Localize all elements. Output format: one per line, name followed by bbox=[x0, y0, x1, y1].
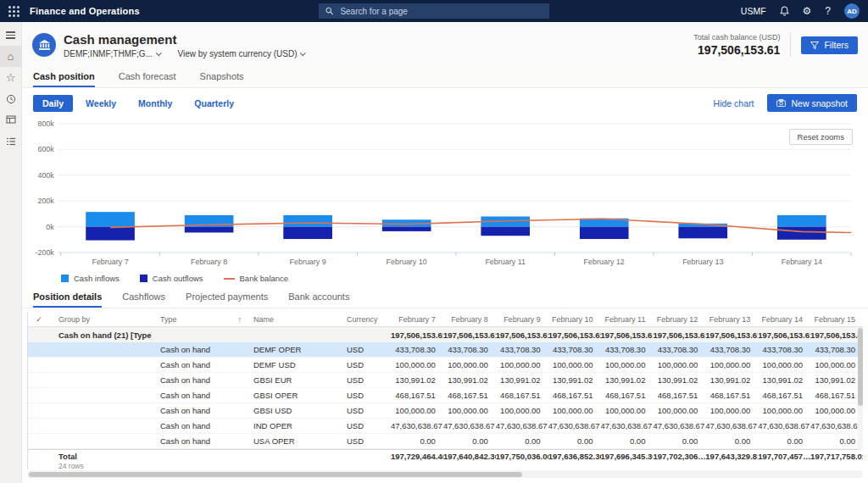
cell-name[interactable]: GBSI USD bbox=[245, 406, 347, 415]
col-header-date[interactable]: February 12 bbox=[653, 315, 705, 324]
table-row-ind-oper[interactable]: Cash on handIND OPERUSD47,630,638.6747,6… bbox=[28, 419, 863, 434]
col-header-date[interactable]: February 15 bbox=[810, 315, 863, 324]
col-header-date[interactable]: February 11 bbox=[601, 315, 654, 324]
avatar[interactable]: AD bbox=[844, 3, 860, 19]
col-header-date[interactable]: February 10 bbox=[548, 315, 601, 324]
bank-icon bbox=[32, 33, 56, 57]
y-axis-label: -200k bbox=[35, 248, 54, 257]
cell-currency: USD bbox=[347, 391, 391, 400]
period-weekly-button[interactable]: Weekly bbox=[76, 95, 125, 112]
chevron-down-icon bbox=[156, 50, 161, 55]
legend-bank-balance[interactable]: Bank balance bbox=[224, 274, 289, 283]
group-row-label: Cash on hand (21) [Type] bbox=[50, 330, 152, 340]
tab-cash-position[interactable]: Cash position bbox=[33, 71, 95, 87]
outflow-bar-february-14[interactable] bbox=[777, 227, 826, 240]
cell-name[interactable]: IND OPER bbox=[245, 421, 347, 430]
app-launcher-icon[interactable] bbox=[8, 6, 19, 17]
home-icon[interactable]: ⌂ bbox=[0, 46, 22, 67]
topbar-actions: USMF ⚙ ? AD bbox=[741, 3, 860, 19]
col-header-type[interactable]: Type↑ bbox=[152, 315, 245, 324]
table-row-gbsi-usd[interactable]: Cash on handGBSI USDUSD100,000.00100,000… bbox=[28, 403, 863, 419]
new-snapshot-button[interactable]: New snapshot bbox=[767, 94, 857, 112]
outflow-bar-february-7[interactable] bbox=[86, 227, 135, 241]
period-quarterly-button[interactable]: Quarterly bbox=[185, 95, 243, 112]
cell-name[interactable]: USA OPER bbox=[245, 436, 347, 446]
col-header-name[interactable]: Name bbox=[245, 315, 347, 324]
col-header-date[interactable]: February 13 bbox=[705, 315, 758, 324]
cash-position-chart: Reset zooms 800k600k400k200k0k-200kFebru… bbox=[22, 115, 868, 286]
search-box[interactable] bbox=[319, 3, 549, 19]
expand-menu-hamburger-icon[interactable] bbox=[0, 25, 22, 46]
inflow-bar-february-9[interactable] bbox=[283, 215, 332, 227]
table-row-usa-oper[interactable]: Cash on handUSA OPERUSD0.000.000.000.000… bbox=[28, 434, 863, 449]
total-cash-balance: Total cash balance (USD) 197,506,153.61 bbox=[693, 33, 780, 57]
bank-balance-swatch bbox=[224, 278, 235, 280]
cell-amount: 468,167.51 bbox=[391, 391, 443, 400]
filters-button[interactable]: Filters bbox=[801, 36, 858, 54]
page-header: Cash management DEMF;INMF;THMF;G... View… bbox=[22, 22, 868, 68]
cell-name[interactable]: DEMF OPER bbox=[245, 345, 347, 354]
hide-chart-link[interactable]: Hide chart bbox=[714, 98, 754, 108]
outflow-bar-february-9[interactable] bbox=[283, 227, 332, 239]
inflow-bar-february-7[interactable] bbox=[86, 212, 135, 226]
legend-cash-inflows[interactable]: Cash inflows bbox=[61, 274, 120, 283]
recent-clock-icon[interactable] bbox=[0, 88, 22, 109]
help-icon[interactable]: ? bbox=[825, 6, 831, 16]
cell-name[interactable]: GBSI OPER bbox=[245, 391, 347, 400]
col-header-date[interactable]: February 8 bbox=[443, 315, 496, 324]
horizontal-scrollbar-thumb[interactable] bbox=[29, 472, 522, 477]
outflow-bar-february-8[interactable] bbox=[185, 227, 234, 233]
inflow-bar-february-14[interactable] bbox=[777, 215, 826, 227]
cell-amount: 47,630,638.67 bbox=[548, 421, 601, 430]
app-title[interactable]: Finance and Operations bbox=[30, 6, 140, 16]
tab-projected-payments[interactable]: Projected payments bbox=[186, 291, 268, 308]
position-details-grid: ✓Group byType↑NameCurrencyFebruary 7Febr… bbox=[27, 312, 863, 469]
cell-currency: USD bbox=[347, 360, 391, 369]
col-header-date[interactable]: February 9 bbox=[496, 315, 548, 324]
col-header-currency[interactable]: Currency bbox=[347, 315, 391, 324]
cell-name[interactable]: GBSI EUR bbox=[245, 375, 347, 385]
group-row-cash-on-hand[interactable]: Cash on hand (21) [Type]197,506,153.6119… bbox=[28, 327, 863, 342]
table-row-gbsi-eur[interactable]: Cash on handGBSI EURUSD130,991.02130,991… bbox=[28, 373, 863, 388]
workspaces-icon[interactable] bbox=[0, 109, 22, 130]
table-row-demf-usd[interactable]: Cash on handDEMF USDUSD100,000.00100,000… bbox=[28, 358, 863, 373]
table-row-gbsi-oper[interactable]: Cash on handGBSI OPERUSD468,167.51468,16… bbox=[28, 388, 863, 403]
cell-amount: 468,167.51 bbox=[810, 391, 863, 400]
reset-zooms-button[interactable]: Reset zooms bbox=[789, 129, 853, 145]
tab-bank-accounts[interactable]: Bank accounts bbox=[288, 291, 349, 308]
outflow-bar-february-11[interactable] bbox=[481, 227, 530, 236]
tab-cash-forecast[interactable]: Cash forecast bbox=[119, 71, 176, 87]
col-header-date[interactable]: February 7 bbox=[391, 315, 443, 324]
legal-entities-dropdown[interactable]: DEMF;INMF;THMF;G... bbox=[64, 49, 161, 58]
view-by-currency-dropdown[interactable]: View by system currency (USD) bbox=[178, 49, 305, 58]
tab-cashflows[interactable]: Cashflows bbox=[122, 291, 165, 308]
favorites-star-icon[interactable]: ☆ bbox=[0, 67, 22, 88]
y-axis-label: 0k bbox=[46, 223, 54, 231]
search-input[interactable] bbox=[338, 6, 542, 17]
period-monthly-button[interactable]: Monthly bbox=[129, 95, 181, 112]
cell-name[interactable]: DEMF USD bbox=[245, 360, 347, 369]
cell-amount: 468,167.51 bbox=[443, 391, 496, 400]
cell-amount: 433,708.30 bbox=[601, 345, 654, 354]
select-all-check-icon[interactable]: ✓ bbox=[28, 315, 50, 324]
col-header-date[interactable]: February 14 bbox=[758, 315, 810, 324]
tab-position-details[interactable]: Position details bbox=[33, 291, 102, 308]
outflow-bar-february-13[interactable] bbox=[678, 227, 727, 239]
col-header-group-by[interactable]: Group by bbox=[50, 315, 152, 324]
notifications-bell-icon[interactable] bbox=[780, 6, 789, 16]
table-row-demf-oper[interactable]: Cash on handDEMF OPERUSD433,708.30433,70… bbox=[28, 342, 863, 358]
total-amount: 197,640,842.36 bbox=[443, 452, 496, 461]
period-daily-button[interactable]: Daily bbox=[33, 95, 73, 112]
chart-canvas[interactable]: 800k600k400k200k0k-200kFebruary 7Februar… bbox=[31, 117, 861, 268]
outflow-bar-february-10[interactable] bbox=[382, 227, 431, 231]
outflow-bar-february-12[interactable] bbox=[580, 227, 629, 239]
total-amount: 197,636,852.36 bbox=[548, 452, 601, 461]
legend-cash-outflows[interactable]: Cash outflows bbox=[140, 274, 203, 283]
modules-list-icon[interactable] bbox=[0, 130, 22, 152]
tab-snapshots[interactable]: Snapshots bbox=[200, 71, 244, 87]
company-picker[interactable]: USMF bbox=[741, 6, 766, 16]
horizontal-scrollbar[interactable] bbox=[27, 470, 863, 478]
page-title: Cash management bbox=[64, 32, 305, 47]
vertical-scrollbar[interactable] bbox=[858, 328, 863, 450]
settings-gear-icon[interactable]: ⚙ bbox=[803, 6, 812, 16]
